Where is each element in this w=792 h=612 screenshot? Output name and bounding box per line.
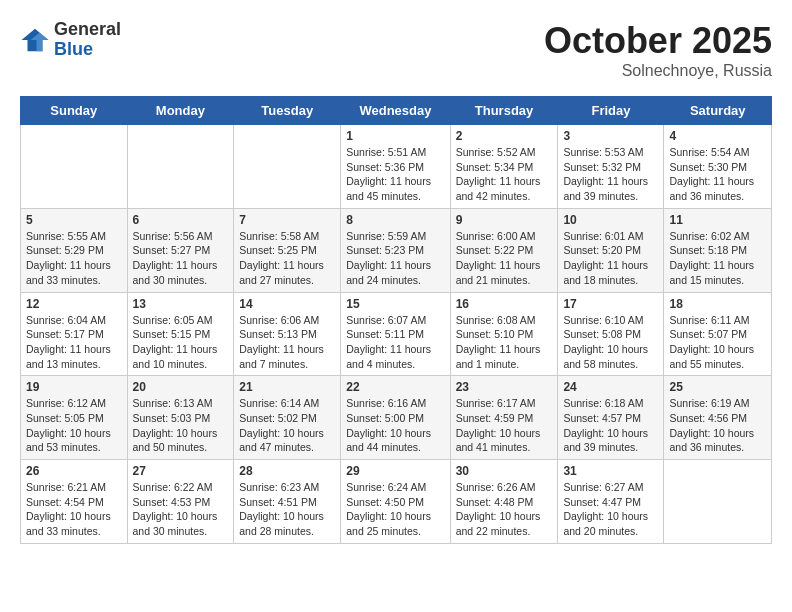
day-number: 27 [133,464,229,478]
calendar-cell: 6Sunrise: 5:56 AM Sunset: 5:27 PM Daylig… [127,208,234,292]
day-info: Sunrise: 6:26 AM Sunset: 4:48 PM Dayligh… [456,480,553,539]
calendar-cell: 8Sunrise: 5:59 AM Sunset: 5:23 PM Daylig… [341,208,450,292]
logo-text: General Blue [54,20,121,60]
calendar-cell: 30Sunrise: 6:26 AM Sunset: 4:48 PM Dayli… [450,460,558,544]
day-number: 4 [669,129,766,143]
day-number: 30 [456,464,553,478]
weekday-header-saturday: Saturday [664,97,772,125]
day-number: 15 [346,297,444,311]
weekday-header-wednesday: Wednesday [341,97,450,125]
day-info: Sunrise: 5:53 AM Sunset: 5:32 PM Dayligh… [563,145,658,204]
day-number: 14 [239,297,335,311]
day-info: Sunrise: 6:02 AM Sunset: 5:18 PM Dayligh… [669,229,766,288]
logo: General Blue [20,20,121,60]
day-number: 25 [669,380,766,394]
calendar-table: SundayMondayTuesdayWednesdayThursdayFrid… [20,96,772,544]
day-info: Sunrise: 6:06 AM Sunset: 5:13 PM Dayligh… [239,313,335,372]
day-info: Sunrise: 6:12 AM Sunset: 5:05 PM Dayligh… [26,396,122,455]
day-info: Sunrise: 5:52 AM Sunset: 5:34 PM Dayligh… [456,145,553,204]
day-number: 23 [456,380,553,394]
day-number: 26 [26,464,122,478]
calendar-cell: 21Sunrise: 6:14 AM Sunset: 5:02 PM Dayli… [234,376,341,460]
calendar-cell: 16Sunrise: 6:08 AM Sunset: 5:10 PM Dayli… [450,292,558,376]
calendar-cell: 13Sunrise: 6:05 AM Sunset: 5:15 PM Dayli… [127,292,234,376]
calendar-week-row: 5Sunrise: 5:55 AM Sunset: 5:29 PM Daylig… [21,208,772,292]
calendar-cell: 18Sunrise: 6:11 AM Sunset: 5:07 PM Dayli… [664,292,772,376]
day-number: 22 [346,380,444,394]
day-info: Sunrise: 5:54 AM Sunset: 5:30 PM Dayligh… [669,145,766,204]
calendar-cell: 28Sunrise: 6:23 AM Sunset: 4:51 PM Dayli… [234,460,341,544]
calendar-body: 1Sunrise: 5:51 AM Sunset: 5:36 PM Daylig… [21,125,772,544]
weekday-header-row: SundayMondayTuesdayWednesdayThursdayFrid… [21,97,772,125]
day-info: Sunrise: 5:59 AM Sunset: 5:23 PM Dayligh… [346,229,444,288]
day-number: 21 [239,380,335,394]
page-header: General Blue October 2025 Solnechnoye, R… [20,20,772,80]
day-number: 12 [26,297,122,311]
day-info: Sunrise: 6:13 AM Sunset: 5:03 PM Dayligh… [133,396,229,455]
day-number: 24 [563,380,658,394]
day-number: 16 [456,297,553,311]
day-info: Sunrise: 5:56 AM Sunset: 5:27 PM Dayligh… [133,229,229,288]
calendar-cell: 26Sunrise: 6:21 AM Sunset: 4:54 PM Dayli… [21,460,128,544]
calendar-cell: 5Sunrise: 5:55 AM Sunset: 5:29 PM Daylig… [21,208,128,292]
day-info: Sunrise: 6:01 AM Sunset: 5:20 PM Dayligh… [563,229,658,288]
title-block: October 2025 Solnechnoye, Russia [544,20,772,80]
weekday-header-tuesday: Tuesday [234,97,341,125]
calendar-cell: 24Sunrise: 6:18 AM Sunset: 4:57 PM Dayli… [558,376,664,460]
day-number: 6 [133,213,229,227]
calendar-cell: 2Sunrise: 5:52 AM Sunset: 5:34 PM Daylig… [450,125,558,209]
day-info: Sunrise: 6:10 AM Sunset: 5:08 PM Dayligh… [563,313,658,372]
day-number: 31 [563,464,658,478]
day-info: Sunrise: 5:58 AM Sunset: 5:25 PM Dayligh… [239,229,335,288]
day-number: 8 [346,213,444,227]
calendar-cell: 11Sunrise: 6:02 AM Sunset: 5:18 PM Dayli… [664,208,772,292]
day-info: Sunrise: 6:22 AM Sunset: 4:53 PM Dayligh… [133,480,229,539]
weekday-header-friday: Friday [558,97,664,125]
day-info: Sunrise: 6:14 AM Sunset: 5:02 PM Dayligh… [239,396,335,455]
calendar-cell: 1Sunrise: 5:51 AM Sunset: 5:36 PM Daylig… [341,125,450,209]
day-number: 29 [346,464,444,478]
day-info: Sunrise: 6:24 AM Sunset: 4:50 PM Dayligh… [346,480,444,539]
day-info: Sunrise: 6:17 AM Sunset: 4:59 PM Dayligh… [456,396,553,455]
day-number: 17 [563,297,658,311]
day-info: Sunrise: 6:18 AM Sunset: 4:57 PM Dayligh… [563,396,658,455]
calendar-cell: 7Sunrise: 5:58 AM Sunset: 5:25 PM Daylig… [234,208,341,292]
day-info: Sunrise: 6:19 AM Sunset: 4:56 PM Dayligh… [669,396,766,455]
calendar-cell [127,125,234,209]
day-info: Sunrise: 6:00 AM Sunset: 5:22 PM Dayligh… [456,229,553,288]
logo-general: General [54,20,121,40]
day-number: 10 [563,213,658,227]
day-info: Sunrise: 6:21 AM Sunset: 4:54 PM Dayligh… [26,480,122,539]
calendar-week-row: 26Sunrise: 6:21 AM Sunset: 4:54 PM Dayli… [21,460,772,544]
calendar-week-row: 1Sunrise: 5:51 AM Sunset: 5:36 PM Daylig… [21,125,772,209]
logo-icon [20,25,50,55]
calendar-week-row: 12Sunrise: 6:04 AM Sunset: 5:17 PM Dayli… [21,292,772,376]
calendar-subtitle: Solnechnoye, Russia [544,62,772,80]
calendar-cell [21,125,128,209]
day-number: 1 [346,129,444,143]
calendar-week-row: 19Sunrise: 6:12 AM Sunset: 5:05 PM Dayli… [21,376,772,460]
calendar-title: October 2025 [544,20,772,62]
weekday-header-thursday: Thursday [450,97,558,125]
calendar-cell: 10Sunrise: 6:01 AM Sunset: 5:20 PM Dayli… [558,208,664,292]
day-number: 2 [456,129,553,143]
calendar-cell: 31Sunrise: 6:27 AM Sunset: 4:47 PM Dayli… [558,460,664,544]
day-number: 5 [26,213,122,227]
day-info: Sunrise: 6:23 AM Sunset: 4:51 PM Dayligh… [239,480,335,539]
calendar-cell: 19Sunrise: 6:12 AM Sunset: 5:05 PM Dayli… [21,376,128,460]
day-info: Sunrise: 6:04 AM Sunset: 5:17 PM Dayligh… [26,313,122,372]
calendar-cell: 9Sunrise: 6:00 AM Sunset: 5:22 PM Daylig… [450,208,558,292]
weekday-header-monday: Monday [127,97,234,125]
day-info: Sunrise: 6:05 AM Sunset: 5:15 PM Dayligh… [133,313,229,372]
day-info: Sunrise: 6:16 AM Sunset: 5:00 PM Dayligh… [346,396,444,455]
day-number: 13 [133,297,229,311]
calendar-cell: 20Sunrise: 6:13 AM Sunset: 5:03 PM Dayli… [127,376,234,460]
day-number: 19 [26,380,122,394]
calendar-cell: 3Sunrise: 5:53 AM Sunset: 5:32 PM Daylig… [558,125,664,209]
weekday-header-sunday: Sunday [21,97,128,125]
calendar-cell: 12Sunrise: 6:04 AM Sunset: 5:17 PM Dayli… [21,292,128,376]
day-info: Sunrise: 6:08 AM Sunset: 5:10 PM Dayligh… [456,313,553,372]
day-number: 18 [669,297,766,311]
day-number: 9 [456,213,553,227]
calendar-cell [234,125,341,209]
